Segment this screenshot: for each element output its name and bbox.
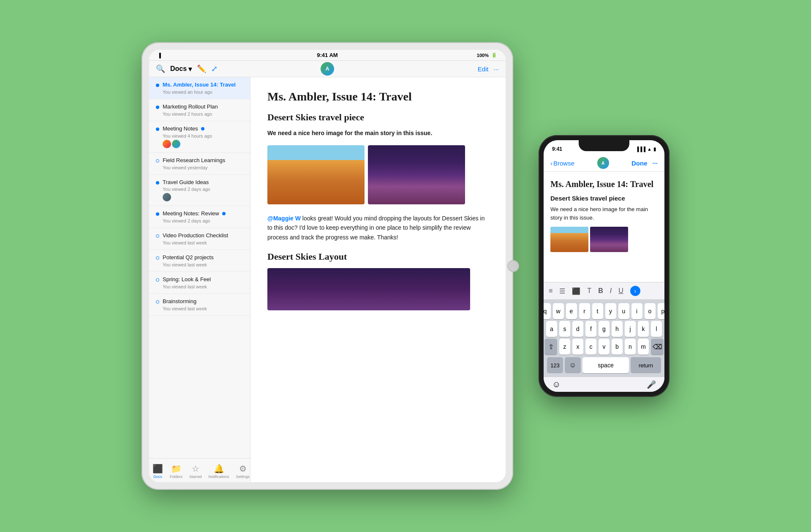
iphone-toolbar: ‹ Browse A Done ···	[544, 155, 664, 172]
sidebar-item-title: Travel Guide Ideas	[163, 179, 243, 186]
key-a[interactable]: a	[546, 321, 557, 337]
sidebar-item[interactable]: Marketing Rollout Plan You viewed 2 hour…	[149, 99, 250, 121]
key-m[interactable]: m	[638, 339, 649, 355]
tab-docs[interactable]: ⬛ Docs	[149, 462, 166, 480]
delete-key[interactable]: ⌫	[651, 339, 664, 355]
docs-dropdown[interactable]: Docs ▾	[170, 65, 192, 73]
tab-starred[interactable]: ☆ Starred	[186, 462, 205, 480]
collaborator-avatar-1	[163, 140, 171, 148]
space-key[interactable]: space	[582, 357, 629, 373]
key-k[interactable]: k	[638, 321, 649, 337]
sidebar-item-content: Ms. Ambler, Issue 14: Travel You viewed …	[163, 81, 243, 95]
key-h[interactable]: h	[612, 321, 623, 337]
more-button[interactable]: ···	[493, 65, 499, 73]
iphone-more-button[interactable]: ···	[652, 160, 658, 167]
sidebar-item[interactable]: Spring: Look & Feel You viewed last week	[149, 272, 250, 294]
format-bold-icon[interactable]: B	[598, 287, 603, 295]
edit-button[interactable]: Edit	[478, 65, 489, 73]
key-s[interactable]: s	[559, 321, 570, 337]
status-right: 100% 🔋	[477, 52, 497, 58]
done-button[interactable]: Done	[631, 160, 648, 167]
key-n[interactable]: n	[625, 339, 636, 355]
desert-layout-image	[267, 268, 470, 310]
sidebar-item[interactable]: Brainstorming You viewed last week	[149, 294, 250, 316]
num-key[interactable]: 123	[547, 357, 563, 373]
ipad-home-button[interactable]	[507, 260, 519, 272]
folders-tab-icon: 📁	[171, 464, 182, 474]
format-italic-icon[interactable]: I	[610, 287, 612, 295]
key-w[interactable]: w	[553, 303, 564, 319]
key-b[interactable]: b	[612, 339, 623, 355]
back-label: Browse	[553, 160, 574, 167]
iphone-images	[550, 227, 658, 252]
doc-title: Ms. Ambler, Issue 14: Travel	[267, 90, 489, 103]
format-image-icon[interactable]: ⬛	[572, 287, 580, 295]
dot	[156, 278, 159, 282]
key-r[interactable]: r	[579, 303, 590, 319]
key-f[interactable]: f	[585, 321, 596, 337]
mic-button[interactable]: 🎤	[647, 380, 656, 389]
sidebar-item[interactable]: Field Research Learnings You viewed yest…	[149, 153, 250, 175]
ipad-screen: ▐ 9:41 AM 100% 🔋 🔍 Docs ▾ ✏️ ⤢ A	[149, 50, 506, 482]
compose-icon[interactable]: ✏️	[197, 64, 206, 73]
format-list-icon[interactable]: ≡	[549, 287, 552, 295]
format-text-icon[interactable]: T	[587, 287, 591, 295]
sidebar-item-title: Potential Q2 projects	[163, 254, 243, 261]
keyboard[interactable]: q w e r t y u i o p a s d f g h	[544, 300, 664, 377]
keyboard-bottom-row: 123 ☺ space return	[544, 356, 664, 377]
sidebar-item[interactable]: Video Production Checklist You viewed la…	[149, 228, 250, 250]
format-underline-icon[interactable]: U	[618, 287, 623, 295]
sidebar-item-time: You viewed an hour ago	[163, 90, 243, 95]
key-g[interactable]: g	[599, 321, 610, 337]
key-l[interactable]: l	[651, 321, 662, 337]
key-t[interactable]: t	[592, 303, 603, 319]
key-j[interactable]: j	[625, 321, 636, 337]
sidebar-item[interactable]: Travel Guide Ideas You viewed 2 days ago	[149, 175, 250, 206]
tab-label: Docs	[153, 475, 162, 479]
key-u[interactable]: u	[618, 303, 629, 319]
sidebar-item[interactable]: Meeting Notes: Review You viewed 2 days …	[149, 206, 250, 228]
iphone-status-icons: ▐▐▐ ▲ ▮	[636, 147, 656, 152]
dot	[156, 106, 159, 109]
sidebar-item-title: Spring: Look & Feel	[163, 276, 243, 283]
key-v[interactable]: v	[599, 339, 610, 355]
keyboard-row-1: q w e r t y u i o p	[544, 300, 664, 320]
key-c[interactable]: c	[585, 339, 596, 355]
sidebar-item-time: You viewed yesterday	[163, 165, 243, 170]
key-q[interactable]: q	[544, 303, 551, 319]
toolbar-center: A	[321, 62, 334, 76]
dot	[156, 159, 159, 163]
format-action-button[interactable]: ›	[630, 286, 640, 296]
sidebar-item[interactable]: Meeting Notes You viewed 4 hours ago	[149, 121, 250, 153]
key-o[interactable]: o	[645, 303, 656, 319]
key-d[interactable]: d	[572, 321, 583, 337]
ipad-time: 9:41 AM	[317, 52, 337, 58]
emoji-button[interactable]: ☺	[552, 380, 561, 389]
sidebar-item-content: Marketing Rollout Plan You viewed 2 hour…	[163, 103, 243, 117]
mention-maggie: @Maggie W	[267, 215, 301, 222]
sidebar-item[interactable]: Potential Q2 projects You viewed last we…	[149, 250, 250, 272]
tab-folders[interactable]: 📁 Folders	[166, 462, 186, 480]
key-x[interactable]: x	[572, 339, 583, 355]
tab-settings[interactable]: ⚙ Settings	[233, 462, 250, 480]
sidebar-item-title: Meeting Notes	[163, 125, 243, 133]
emoji-key[interactable]: ☺	[565, 357, 581, 373]
key-p[interactable]: p	[658, 303, 665, 319]
shift-key[interactable]: ⇧	[544, 339, 557, 355]
iphone-desert-warm	[550, 227, 588, 252]
sidebar-item-time: You viewed 4 hours ago	[163, 133, 243, 138]
back-button[interactable]: ‹ Browse	[550, 160, 574, 167]
dot	[156, 212, 159, 216]
format-align-icon[interactable]: ☰	[559, 287, 565, 295]
tab-notifications[interactable]: 🔔 Notifications	[205, 462, 233, 480]
sidebar-item[interactable]: Ms. Ambler, Issue 14: Travel You viewed …	[149, 77, 250, 99]
search-icon[interactable]: 🔍	[156, 64, 165, 73]
key-y[interactable]: y	[605, 303, 616, 319]
key-e[interactable]: e	[566, 303, 577, 319]
expand-icon[interactable]: ⤢	[211, 64, 218, 73]
ipad-body: Ms. Ambler, Issue 14: Travel You viewed …	[149, 77, 506, 482]
key-z[interactable]: z	[559, 339, 570, 355]
signal-icon: ▐▐▐	[636, 147, 645, 152]
key-i[interactable]: i	[631, 303, 642, 319]
return-key[interactable]: return	[631, 357, 661, 373]
